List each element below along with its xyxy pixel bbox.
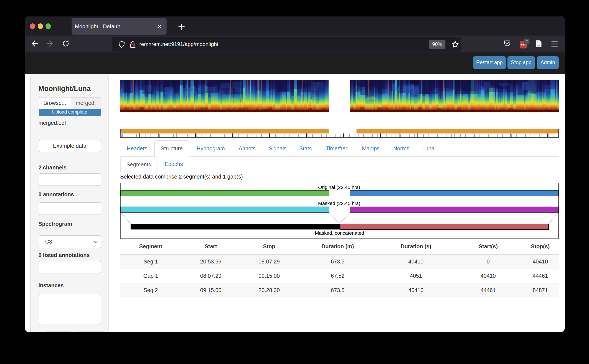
svg-text:2: 2: [525, 39, 528, 44]
svg-text:Masked (22.45 hrs): Masked (22.45 hrs): [318, 201, 360, 206]
svg-text:Original (22.45 hrs): Original (22.45 hrs): [318, 184, 360, 190]
svg-text:Masked, concatenated: Masked, concatenated: [315, 230, 364, 235]
